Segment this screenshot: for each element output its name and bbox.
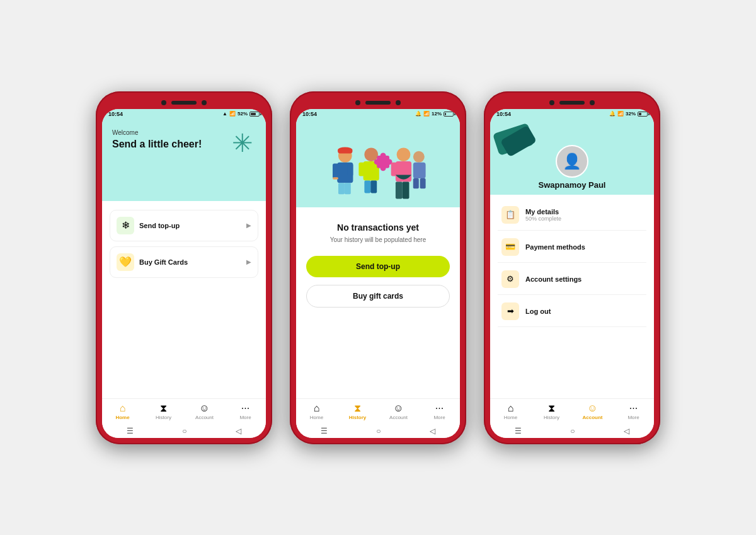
android-nav-bar: ☰ ○ ◁: [102, 423, 266, 438]
home-nav-label: Home: [115, 415, 129, 420]
no-transactions-subtitle: Your history will be populated here: [330, 236, 427, 243]
my-details-label: My details: [525, 208, 643, 216]
signal-icon-3: 📶: [617, 111, 624, 117]
user-avatar: 👤: [556, 145, 588, 178]
phone-history: 10:54 🔔 📶 12%: [290, 91, 466, 444]
status-icons: ▲ 📶 52%: [222, 111, 260, 117]
people-illustration: [321, 138, 435, 207]
android-home-btn[interactable]: ○: [176, 425, 193, 437]
home-nav-label-3: Home: [504, 415, 517, 420]
battery-icon-3: [638, 112, 648, 117]
nav-account-2[interactable]: ☺ Account: [386, 403, 411, 420]
nav-history[interactable]: ⧗ History: [151, 403, 176, 420]
phone-account: 10:54 🔔 📶 32%: [484, 91, 660, 444]
payment-methods-item[interactable]: 💳 Payment methods: [498, 232, 646, 263]
android-back-btn-2[interactable]: ◁: [423, 425, 442, 437]
svg-rect-8: [338, 149, 352, 153]
android-nav-bar-3: ☰ ○ ◁: [490, 423, 654, 438]
phone-speaker: [171, 101, 197, 105]
status-icons-2: 🔔 📶 12%: [415, 111, 454, 117]
logout-item[interactable]: ➡ Log out: [498, 296, 646, 327]
home-body: ❄ Send top-up ▶ 💛 Buy Gift Cards ▶: [102, 201, 266, 398]
svg-rect-24: [403, 181, 410, 198]
buy-gift-cards-button[interactable]: Buy gift cards: [306, 285, 450, 308]
phones-container: 10:54 ▲ 📶 52% Welcome Send a little chee…: [96, 91, 660, 444]
account-settings-item[interactable]: ⚙ Account settings: [498, 264, 646, 295]
nav-history-2[interactable]: ⧗ History: [345, 403, 370, 420]
status-icons-3: 🔔 📶 32%: [609, 111, 648, 117]
status-time-2: 10:54: [302, 111, 317, 117]
android-menu-btn[interactable]: ☰: [120, 425, 140, 437]
svg-rect-2: [333, 163, 338, 178]
svg-point-16: [381, 152, 386, 158]
svg-rect-11: [358, 162, 364, 176]
my-details-item[interactable]: 📋 My details 50% complete: [498, 200, 646, 231]
android-back-btn[interactable]: ◁: [229, 425, 248, 437]
camera-dot-left-2: [355, 100, 360, 105]
battery-label-2: 12%: [432, 111, 442, 117]
account-nav-icon: ☺: [199, 403, 209, 414]
send-topup-icon: ❄: [117, 217, 134, 234]
status-bar: 10:54 ▲ 📶 52%: [102, 109, 266, 119]
nav-home-2[interactable]: ⌂ Home: [304, 403, 329, 420]
android-menu-btn-2[interactable]: ☰: [314, 425, 334, 437]
home-nav-icon-3: ⌂: [508, 403, 514, 414]
my-details-sub: 50% complete: [525, 216, 643, 222]
more-nav-label: More: [239, 415, 251, 420]
status-time: 10:54: [108, 111, 123, 117]
history-nav-label: History: [156, 415, 171, 420]
svg-point-18: [381, 165, 386, 171]
phone-speaker-2: [365, 101, 391, 105]
logout-icon: ➡: [501, 302, 519, 320]
account-settings-text: Account settings: [525, 275, 643, 283]
android-back-btn-3[interactable]: ◁: [617, 425, 636, 437]
android-menu-btn-3[interactable]: ☰: [508, 425, 528, 437]
payment-methods-text: Payment methods: [525, 243, 643, 251]
history-screen-content: No transactions yet Your history will be…: [296, 119, 460, 438]
more-nav-label-2: More: [433, 415, 445, 420]
android-home-btn-3[interactable]: ○: [564, 425, 581, 437]
send-topup-left: ❄ Send top-up: [117, 217, 180, 234]
nav-more[interactable]: ··· More: [233, 403, 258, 420]
svg-rect-4: [338, 183, 345, 194]
logout-label: Log out: [525, 308, 643, 315]
send-topup-item[interactable]: ❄ Send top-up ▶: [110, 210, 258, 241]
send-topup-arrow: ▶: [246, 222, 251, 229]
camera-dot-right-2: [396, 100, 401, 105]
history-nav-label-2: History: [349, 415, 367, 420]
more-nav-icon: ···: [241, 403, 249, 414]
nav-account[interactable]: ☺ Account: [192, 403, 217, 420]
logout-text: Log out: [525, 308, 643, 315]
wifi-icon: 📶: [229, 111, 236, 117]
nav-home[interactable]: ⌂ Home: [110, 403, 135, 420]
svg-rect-27: [413, 178, 419, 188]
phone-top-bar-2: [296, 98, 460, 109]
history-body: No transactions yet Your history will be…: [296, 207, 460, 398]
status-time-3: 10:54: [496, 111, 511, 117]
nav-account-3[interactable]: ☺ Account: [580, 403, 605, 420]
nav-more-3[interactable]: ··· More: [621, 403, 646, 420]
more-nav-icon-3: ···: [629, 403, 638, 414]
bell-icon-3: 🔔: [609, 111, 616, 117]
svg-rect-3: [347, 163, 353, 176]
buy-gift-cards-item[interactable]: 💛 Buy Gift Cards ▶: [110, 246, 258, 278]
nav-more-2[interactable]: ··· More: [427, 403, 452, 420]
home-bottom-nav: ⌂ Home ⧗ History ☺ Account ··· More: [102, 398, 266, 423]
send-topup-button[interactable]: Send top-up: [306, 256, 450, 277]
account-nav-icon-2: ☺: [393, 403, 403, 414]
payment-methods-label: Payment methods: [525, 243, 643, 251]
battery-icon-2: [444, 112, 454, 117]
history-bottom-nav: ⌂ Home ⧗ History ☺ Account ··· More: [296, 398, 460, 423]
home-screen: 10:54 ▲ 📶 52% Welcome Send a little chee…: [102, 109, 266, 438]
nav-history-3[interactable]: ⧗ History: [539, 403, 564, 420]
history-nav-icon-2: ⧗: [354, 403, 361, 414]
account-nav-icon-3: ☺: [587, 403, 597, 414]
signal-icon-2: 📶: [423, 111, 430, 117]
nav-home-3[interactable]: ⌂ Home: [498, 403, 524, 420]
history-header: [296, 119, 460, 207]
account-header: 👤 Swapnamoy Paul: [490, 119, 654, 195]
android-nav-bar-2: ☰ ○ ◁: [296, 423, 460, 438]
svg-rect-14: [370, 180, 377, 193]
buy-gift-cards-icon: 💛: [117, 253, 134, 271]
android-home-btn-2[interactable]: ○: [370, 425, 387, 437]
